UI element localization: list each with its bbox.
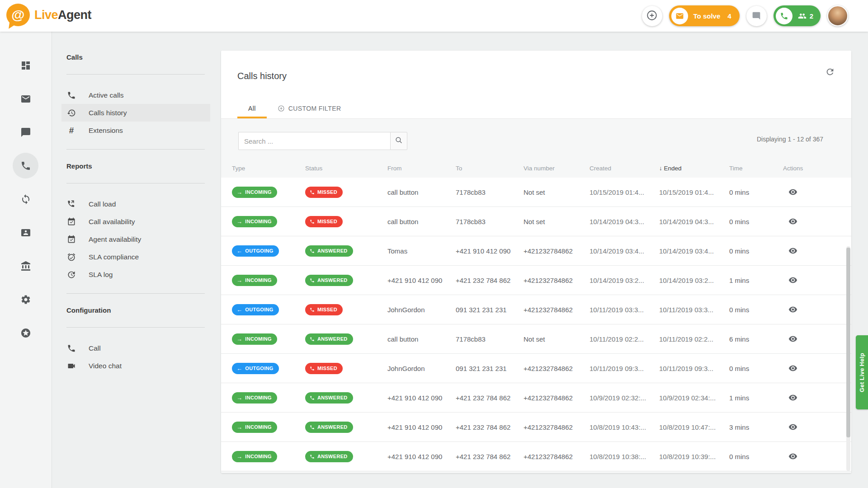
alarm-icon [66, 253, 76, 262]
rail-item-contacts[interactable] [9, 216, 42, 249]
column-header-to[interactable]: To [456, 165, 524, 172]
column-header-ended[interactable]: ↓ Ended [659, 165, 729, 172]
chat-panel-button[interactable] [746, 6, 767, 26]
logo-text-agent: Agent [58, 8, 91, 22]
view-call-button[interactable] [783, 364, 797, 373]
table-scrollbar [846, 246, 850, 471]
tab-all[interactable]: All [237, 99, 267, 118]
rail-item-dashboard[interactable] [9, 49, 42, 82]
view-call-button[interactable] [783, 305, 797, 314]
divider [66, 327, 205, 328]
arrow-right-icon: → [236, 336, 242, 342]
sidebar-item-call-load[interactable]: Call load [61, 195, 210, 213]
table-row[interactable]: →INCOMINGMISSEDcall button7178cb83Not se… [221, 207, 851, 236]
phone-callback-icon [66, 200, 76, 209]
sidebar-item-label: Video chat [89, 362, 122, 370]
column-header-actions[interactable]: Actions [783, 165, 851, 172]
view-call-button[interactable] [783, 393, 797, 402]
sidebar-item-call[interactable]: Call [61, 339, 210, 357]
call-type-badge: →INCOMING [232, 422, 277, 433]
to-cell: 7178cb83 [456, 218, 524, 225]
sidebar-item-sla-log[interactable]: SLA log [61, 266, 210, 283]
phone-icon [310, 219, 315, 224]
to-solve-button[interactable]: To solve 4 [669, 5, 740, 26]
ended-cell: 10/14/2019 03:2... [659, 277, 729, 284]
ended-cell: 10/9/2019 02:34:... [659, 394, 729, 402]
from-cell: +421 910 412 090 [387, 453, 456, 460]
sidebar-item-call-availability[interactable]: Call availability [61, 213, 210, 230]
column-header-time[interactable]: Time [729, 165, 783, 172]
rail-item-calls[interactable] [9, 149, 42, 183]
phone-icon [310, 307, 315, 312]
view-call-button[interactable] [783, 452, 797, 461]
ended-cell: 10/14/2019 04:3... [659, 218, 729, 225]
add-new-button[interactable] [642, 6, 662, 26]
sidebar-nav: CallsActive callsCalls history#Extension… [52, 32, 217, 488]
sidebar-item-video-chat[interactable]: Video chat [61, 357, 210, 375]
column-header-created[interactable]: Created [590, 165, 659, 172]
view-call-button[interactable] [783, 246, 797, 255]
tab-label: CUSTOM FILTER [288, 105, 341, 112]
event-available-icon [66, 217, 76, 226]
sidebar-item-extensions[interactable]: #Extensions [61, 122, 210, 139]
time-cell: 0 mins [729, 453, 783, 460]
calls-history-card: Calls history AllCUSTOM FILTER Displayin… [221, 51, 851, 473]
view-call-button[interactable] [783, 422, 797, 432]
table-row[interactable]: ←OUTGOINGANSWEREDTomas+421 910 412 090+4… [221, 236, 851, 266]
column-header-type[interactable]: Type [232, 165, 305, 172]
rail-item-billing[interactable] [9, 249, 42, 283]
phone-icon [310, 395, 315, 400]
sidebar-item-agent-availability[interactable]: Agent availability [61, 230, 210, 248]
sidebar-item-label: Calls history [89, 109, 127, 117]
table-row[interactable]: ←OUTGOINGMISSEDJohnGordon091 321 231 231… [221, 354, 851, 383]
view-call-button[interactable] [783, 188, 797, 197]
table-row[interactable]: →INCOMINGANSWERED+421 910 412 090+421 23… [221, 266, 851, 295]
rail-item-sync[interactable] [9, 183, 42, 216]
column-header-status[interactable]: Status [305, 165, 387, 172]
from-cell: +421 910 412 090 [387, 423, 456, 431]
refresh-button[interactable] [825, 67, 835, 78]
user-avatar[interactable] [827, 5, 848, 26]
eye-icon [788, 364, 797, 373]
created-cell: 10/8/2019 10:43:... [590, 423, 659, 431]
rail-item-settings[interactable] [9, 283, 42, 316]
sidebar-item-sla-compliance[interactable]: SLA compliance [61, 248, 210, 266]
search-button[interactable] [390, 132, 407, 150]
eye-icon [788, 188, 797, 197]
get-live-help-button[interactable]: Get Live Help [856, 335, 868, 409]
column-header-via-number[interactable]: Via number [524, 165, 590, 172]
call-status-badge: MISSED [305, 304, 343, 315]
table-row[interactable]: →INCOMINGANSWERED+421 910 412 090+421 23… [221, 383, 851, 413]
tab-custom-filter[interactable]: CUSTOM FILTER [267, 99, 352, 118]
arrow-right-icon: → [236, 219, 242, 225]
search-input[interactable] [238, 132, 390, 150]
from-cell: call button [387, 188, 456, 196]
sidebar-item-calls-history[interactable]: Calls history [61, 104, 210, 122]
update-icon [66, 270, 76, 279]
table-row[interactable]: →INCOMINGANSWEREDcall button7178cb83Not … [221, 324, 851, 354]
sidebar-item-active-calls[interactable]: Active calls [61, 86, 210, 104]
table-row[interactable]: →INCOMINGMISSEDcall button7178cb83Not se… [221, 178, 851, 207]
call-status-badge: ANSWERED [305, 451, 353, 462]
rail-item-mail[interactable] [9, 82, 42, 116]
view-call-button[interactable] [783, 217, 797, 226]
view-call-button[interactable] [783, 334, 797, 343]
liveagent-logo[interactable]: @ LiveAgent [6, 4, 91, 26]
rail-item-starred[interactable] [9, 316, 42, 350]
table-row[interactable]: →INCOMINGANSWERED+421 910 412 090+421 23… [221, 442, 851, 471]
column-header-from[interactable]: From [387, 165, 456, 172]
page-title: Calls history [237, 71, 287, 81]
pagination-status: Displaying 1 - 12 of 367 [757, 136, 823, 143]
arrow-right-icon: → [236, 424, 242, 430]
scrollbar-thumb[interactable] [846, 248, 850, 437]
rail-item-chat[interactable] [9, 116, 42, 149]
table-row[interactable]: ←OUTGOINGMISSEDJohnGordon091 321 231 231… [221, 295, 851, 324]
table-row[interactable]: →INCOMINGANSWERED+421 910 412 090+421 23… [221, 413, 851, 442]
contact-card-icon [20, 227, 31, 238]
ended-cell: 10/8/2019 10:47:... [659, 423, 729, 431]
calls-online-button[interactable]: 2 [774, 5, 821, 26]
chat-bubble-icon [752, 11, 761, 20]
mail-icon [20, 94, 31, 104]
view-call-button[interactable] [783, 276, 797, 285]
star-circle-icon [20, 328, 31, 338]
